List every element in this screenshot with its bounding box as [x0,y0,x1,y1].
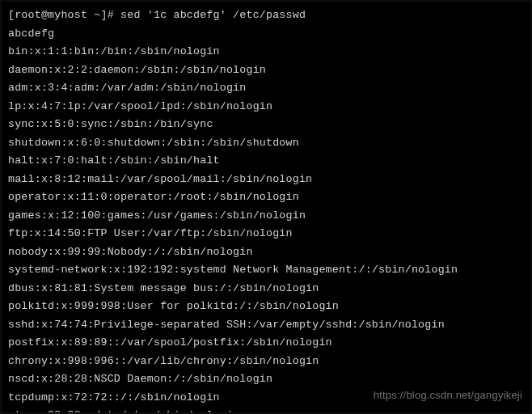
terminal-line: dbus:x:81:81:System message bus:/:/sbin/… [8,280,524,298]
terminal-line: nscd:x:28:28:NSCD Daemon:/:/sbin/nologin [8,370,524,389]
terminal-line: postfix:x:89:89::/var/spool/postfix:/sbi… [8,334,524,353]
terminal-line: operator:x:11:0:operator:/root:/sbin/nol… [8,188,524,207]
terminal-line: daemon:x:2:2:daemon:/sbin:/sbin/nologin [8,61,524,80]
terminal-line: ftp:x:14:50:FTP User:/var/ftp:/sbin/nolo… [8,225,524,243]
terminal-line: bin:x:1:1:bin:/bin:/sbin/nologin [8,43,524,61]
terminal-line: chrony:x:998:996::/var/lib/chrony:/sbin/… [8,353,524,371]
terminal-line: abcdefg [8,25,524,44]
terminal-line: systemd-network:x:192:192:systemd Networ… [8,261,524,280]
terminal-line: [root@myhost ~]# sed '1c abcdefg' /etc/p… [8,6,524,25]
terminal-window[interactable]: [root@myhost ~]# sed '1c abcdefg' /etc/p… [2,2,530,412]
terminal-line: halt:x:7:0:halt:/sbin:/sbin/halt [8,152,524,171]
terminal-line: sshd:x:74:74:Privilege-separated SSH:/va… [8,316,524,335]
terminal-line: mail:x:8:12:mail:/var/spool/mail:/sbin/n… [8,171,524,189]
terminal-line: ntp:x:38:38::/etc/ntp:/sbin/nologin [8,407,524,412]
terminal-line: games:x:12:100:games:/usr/games:/sbin/no… [8,207,524,226]
terminal-line: shutdown:x:6:0:shutdown:/sbin:/sbin/shut… [8,134,524,153]
terminal-line: polkitd:x:999:998:User for polkitd:/:/sb… [8,298,524,316]
terminal-line: adm:x:3:4:adm:/var/adm:/sbin/nologin [8,79,524,98]
terminal-line: lp:x:4:7:lp:/var/spool/lpd:/sbin/nologin [8,98,524,116]
watermark-text: https://blog.csdn.net/gangyikeji [374,389,522,401]
terminal-line: sync:x:5:0:sync:/sbin:/bin/sync [8,116,524,134]
terminal-line: nobody:x:99:99:Nobody:/:/sbin/nologin [8,243,524,262]
